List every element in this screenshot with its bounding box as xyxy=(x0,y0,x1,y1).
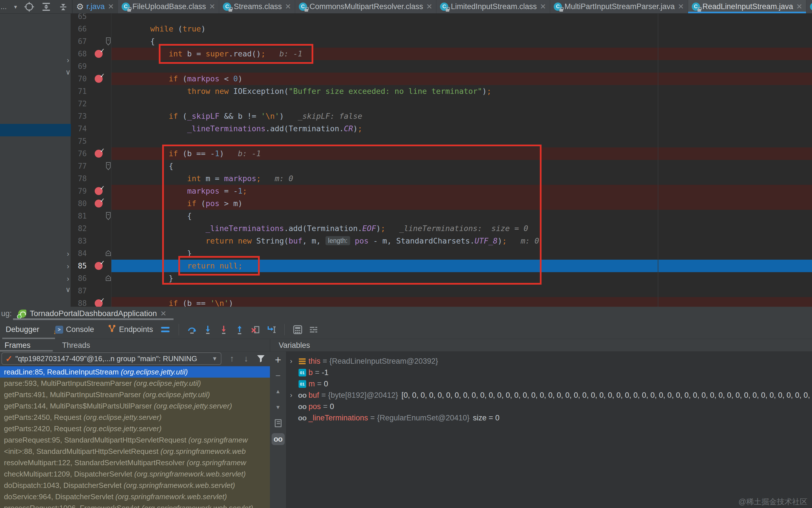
close-icon[interactable]: ✕ xyxy=(285,2,291,11)
thread-selector[interactable]: ✓ "qtp1982703147-409"@16,...n group "mai… xyxy=(1,352,221,365)
gutter-chevron-icon[interactable]: › xyxy=(64,262,72,270)
line-number[interactable]: 75 xyxy=(71,135,87,147)
editor-line[interactable]: 66 while (true) xyxy=(71,23,812,35)
line-number[interactable]: 86 xyxy=(71,272,87,285)
variable-row[interactable]: oo_lineTerminations={RegularEnumSet@2041… xyxy=(286,412,812,424)
collapse-all-icon[interactable] xyxy=(58,2,68,12)
breakpoint-icon[interactable]: ✓ xyxy=(95,150,103,158)
layout-settings-icon[interactable] xyxy=(308,325,319,335)
stack-frame-row[interactable]: doService:964, DispatcherServlet (org.sp… xyxy=(0,491,270,502)
stack-frame-row[interactable]: getParts:144, MultiParts$MultiPartsUtilP… xyxy=(0,400,270,412)
run-to-cursor-button[interactable] xyxy=(265,325,277,335)
line-number[interactable]: 69 xyxy=(71,60,87,73)
line-number[interactable]: 85 xyxy=(71,260,87,272)
line-number[interactable]: 67 xyxy=(71,35,87,48)
line-number[interactable]: 80 xyxy=(71,197,87,210)
fold-marker-icon[interactable] xyxy=(105,37,111,47)
duplicate-watch-button[interactable] xyxy=(271,417,285,429)
caret-down-icon[interactable]: ▾ xyxy=(14,3,17,10)
line-number[interactable]: 77 xyxy=(71,160,87,172)
line-number[interactable]: 84 xyxy=(71,247,87,260)
stack-frame-row[interactable]: checkMultipart:1209, DispatcherServlet (… xyxy=(0,468,270,480)
file-tab[interactable]: CFileUploadBase.class✕ xyxy=(118,0,219,13)
gutter-chevron-icon[interactable]: › xyxy=(64,250,72,258)
tab-console[interactable]: >↓ Console xyxy=(55,325,94,334)
variable-row[interactable]: ›oobuf={byte[8192]@20412}[0, 0, 0, 0, 0,… xyxy=(286,389,812,401)
variable-row[interactable]: oopos=0 xyxy=(286,401,812,412)
line-number[interactable]: 73 xyxy=(71,110,87,122)
breakpoint-icon[interactable]: ✓ xyxy=(95,262,103,270)
file-tab[interactable]: CReadLineInputStream.java✕ xyxy=(688,0,807,13)
line-number[interactable]: 70 xyxy=(71,73,87,85)
close-icon[interactable]: ✕ xyxy=(160,309,166,318)
breakpoint-icon[interactable]: ✓ xyxy=(95,200,103,208)
gutter-chevron-icon[interactable]: ∨ xyxy=(64,68,72,76)
line-number[interactable]: 81 xyxy=(71,210,87,222)
close-icon[interactable]: ✕ xyxy=(108,2,114,11)
line-number[interactable]: 83 xyxy=(71,235,87,247)
file-tab[interactable]: CBufferedInputStream.java✕ xyxy=(806,0,812,13)
line-number[interactable]: 79 xyxy=(71,185,87,197)
close-icon[interactable]: ✕ xyxy=(540,2,546,11)
stack-frame-row[interactable]: getParts:2420, Request (org.eclipse.jett… xyxy=(0,423,270,434)
editor-line[interactable]: 71 throw new IOException("Buffer size ex… xyxy=(71,85,812,97)
breakpoint-icon[interactable]: ✓ xyxy=(95,50,103,58)
line-number[interactable]: 71 xyxy=(71,85,87,97)
variable-row[interactable]: 01b=-1 xyxy=(286,367,812,378)
stack-frame-row[interactable]: getParts:491, MultiPartInputStreamParser… xyxy=(0,389,270,400)
editor-line[interactable]: 72 xyxy=(71,97,812,110)
stack-frame-row[interactable]: processRequest:1006, FrameworkServlet (o… xyxy=(0,502,270,508)
project-selected-item[interactable] xyxy=(0,124,71,136)
view-options-icon[interactable] xyxy=(161,327,170,332)
close-icon[interactable]: ✕ xyxy=(796,2,802,11)
line-number[interactable]: 76 xyxy=(71,147,87,160)
editor-line[interactable]: 87 xyxy=(71,285,812,297)
force-step-into-button[interactable] xyxy=(218,325,230,335)
move-down-button[interactable]: ▼ xyxy=(271,401,285,413)
line-number[interactable]: 78 xyxy=(71,172,87,185)
stack-frame-row[interactable]: <init>:88, StandardMultipartHttpServletR… xyxy=(0,446,270,457)
line-number[interactable]: 65 xyxy=(71,13,87,23)
region-marker-icon[interactable] xyxy=(105,249,111,258)
stack-frame-row[interactable]: readLine:85, ReadLineInputStream (org.ec… xyxy=(0,366,270,378)
tab-threads[interactable]: Threads xyxy=(62,339,90,351)
gutter-chevron-icon[interactable]: ∨ xyxy=(64,286,72,293)
step-over-button[interactable] xyxy=(186,325,198,335)
show-watches-toggle[interactable]: oo xyxy=(271,433,285,445)
next-frame-button[interactable]: ↓ xyxy=(240,352,252,365)
line-number[interactable]: 72 xyxy=(71,97,87,110)
expand-chevron-icon[interactable]: › xyxy=(286,355,296,367)
evaluate-expression-button[interactable] xyxy=(292,325,304,335)
stack-frame-row[interactable]: getParts:2450, Request (org.eclipse.jett… xyxy=(0,412,270,423)
stack-frame-row[interactable]: doDispatch:1043, DispatcherServlet (org.… xyxy=(0,480,270,491)
file-tab[interactable]: CMultiPartInputStreamParser.java✕ xyxy=(550,0,688,13)
editor-line[interactable]: 70✓ if (markpos < 0) xyxy=(71,73,812,85)
gutter-chevron-icon[interactable]: › xyxy=(64,56,72,64)
previous-frame-button[interactable]: ↑ xyxy=(226,352,238,365)
move-up-button[interactable]: ▲ xyxy=(271,386,285,397)
close-icon[interactable]: ✕ xyxy=(209,2,215,11)
file-tab[interactable]: CStreams.class✕ xyxy=(219,0,295,13)
tab-endpoints[interactable]: Endpoints xyxy=(108,324,153,335)
variable-row[interactable]: 01m=0 xyxy=(286,378,812,389)
expand-chevron-icon[interactable]: › xyxy=(286,389,296,401)
editor-line[interactable]: 74 _lineTerminations.add(Termination.CR)… xyxy=(71,122,812,135)
region-marker-icon[interactable] xyxy=(105,274,111,283)
remove-watch-button[interactable]: − xyxy=(271,370,285,382)
line-number[interactable]: 74 xyxy=(71,122,87,135)
navigate-target-icon[interactable] xyxy=(25,2,34,12)
gutter-chevron-icon[interactable]: › xyxy=(64,275,72,283)
editor-line[interactable]: 88✓ if (b == '\n') xyxy=(71,297,812,307)
file-tab[interactable]: CLimitedInputStream.class✕ xyxy=(436,0,550,13)
editor-line[interactable]: 73 if (_skipLF && b != '\n') _skipLF: fa… xyxy=(71,110,812,122)
filter-frames-icon[interactable] xyxy=(255,352,267,365)
expand-all-icon[interactable] xyxy=(41,2,51,12)
breakpoint-icon[interactable]: ✓ xyxy=(95,187,103,195)
breakpoint-icon[interactable]: ✓ xyxy=(95,75,103,83)
close-icon[interactable]: ✕ xyxy=(426,2,432,11)
stack-frame-row[interactable]: parseRequest:95, StandardMultipartHttpSe… xyxy=(0,434,270,446)
line-number[interactable]: 87 xyxy=(71,285,87,297)
add-watch-button[interactable]: + xyxy=(271,354,285,366)
fold-marker-icon[interactable] xyxy=(105,162,111,172)
line-number[interactable]: 68 xyxy=(71,48,87,60)
